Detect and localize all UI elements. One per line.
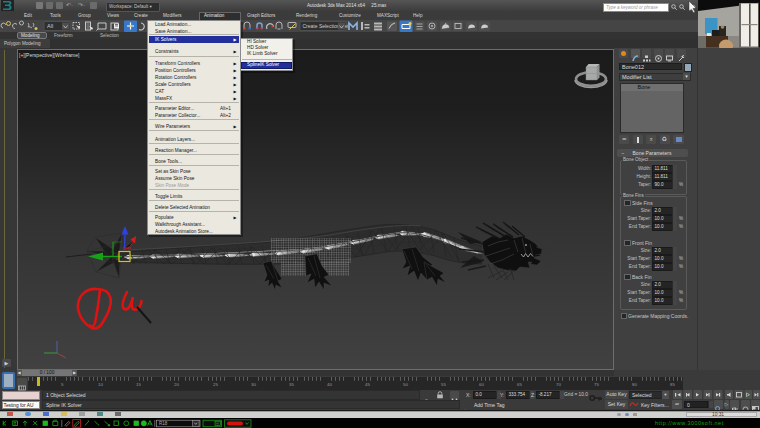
svg-text:R18: R18 [159,421,168,426]
